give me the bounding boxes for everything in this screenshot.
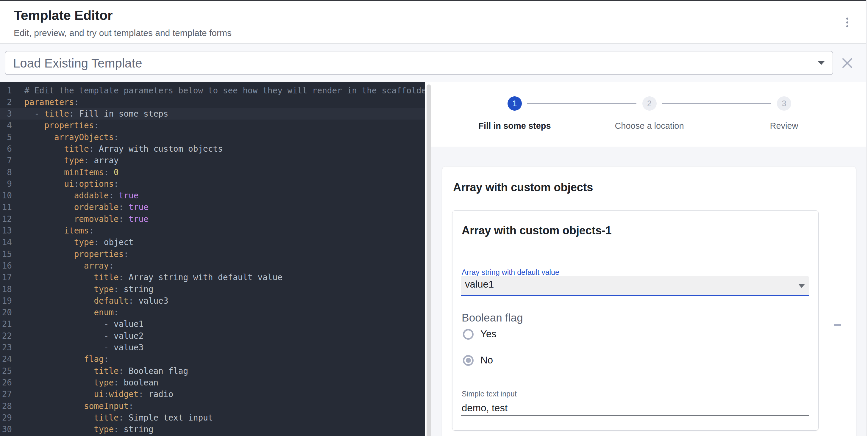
step-1-label: Fill in some steps xyxy=(447,121,582,131)
code-line-18: 18 type: string xyxy=(0,283,425,295)
dropdown-arrow-icon xyxy=(818,61,825,65)
code-line-28: 28 someInput: xyxy=(0,400,425,412)
remove-array-item-button[interactable] xyxy=(827,314,848,335)
page-right-border xyxy=(866,0,867,436)
form-preview-panel: 1 2 3 Fill in some steps Choose a locati… xyxy=(431,82,868,436)
code-line-25: 25 title: Boolean flag xyxy=(0,365,425,377)
code-line-12: 12 removable: true xyxy=(0,213,425,225)
code-line-30: 30 type: string xyxy=(0,424,425,435)
load-existing-template-value: Load Existing Template xyxy=(13,52,142,74)
array-string-select[interactable]: value1 xyxy=(461,276,809,295)
array-select-label: Array string with default value xyxy=(462,268,559,277)
dropdown-arrow-icon xyxy=(798,284,805,288)
focused-underline xyxy=(461,295,809,296)
radio-checked-icon xyxy=(463,355,474,366)
more-options-button[interactable] xyxy=(840,15,854,29)
array-item-card: Array with custom objects-1 Array string… xyxy=(452,210,818,431)
code-line-15: 15 properties: xyxy=(0,248,425,260)
step-3-icon[interactable]: 3 xyxy=(777,96,791,111)
radio-option-yes[interactable]: Yes xyxy=(463,328,582,340)
code-line-14: 14 type: object xyxy=(0,236,425,248)
code-line-29: 29 title: Simple text input xyxy=(0,412,425,424)
code-line-16: 16 array: xyxy=(0,260,425,272)
step-1-icon[interactable]: 1 xyxy=(507,96,522,111)
code-line-10: 10 addable: true xyxy=(0,190,425,201)
yaml-code-editor[interactable]: 1# Edit the template parameters below to… xyxy=(0,82,425,436)
code-line-2: 2parameters: xyxy=(0,96,425,108)
code-line-9: 9 ui:options: xyxy=(0,178,425,190)
form-step-card: Array with custom objects Array with cus… xyxy=(442,167,856,436)
page-subtitle: Edit, preview, and try out templates and… xyxy=(14,28,231,38)
code-line-26: 26 type: boolean xyxy=(0,377,425,389)
template-editor-page: Template Editor Edit, preview, and try o… xyxy=(0,0,868,436)
code-lines: 1# Edit the template parameters below to… xyxy=(0,85,425,435)
radio-option-no[interactable]: No xyxy=(463,355,582,366)
code-line-1: 1# Edit the template parameters below to… xyxy=(0,85,425,96)
array-string-select-value: value1 xyxy=(465,279,494,290)
code-line-19: 19 default: value3 xyxy=(0,295,425,307)
code-line-17: 17 title: Array string with default valu… xyxy=(0,272,425,283)
step-2-icon[interactable]: 2 xyxy=(642,96,657,111)
radio-unchecked-icon xyxy=(463,329,474,340)
simple-text-input-label: Simple text input xyxy=(462,390,517,398)
array-section-title: Array with custom objects xyxy=(453,181,593,194)
step-3-label: Review xyxy=(717,121,851,131)
radio-option-no-label: No xyxy=(480,355,493,366)
minus-icon xyxy=(834,324,841,326)
code-line-8: 8 minItems: 0 xyxy=(0,167,425,178)
step-connector xyxy=(662,103,771,104)
code-line-4: 4 properties: xyxy=(0,120,425,131)
clear-template-button[interactable] xyxy=(839,55,856,72)
main-split-row: 1# Edit the template parameters below to… xyxy=(0,82,868,436)
code-line-3: 3 - title: Fill in some steps xyxy=(0,108,425,120)
code-line-11: 11 orderable: true xyxy=(0,201,425,213)
step-connector xyxy=(527,103,637,104)
close-icon xyxy=(839,55,856,72)
boolean-flag-label: Boolean flag xyxy=(462,312,523,324)
more-vert-icon xyxy=(846,18,848,20)
page-title: Template Editor xyxy=(14,8,113,23)
input-underline xyxy=(461,415,809,416)
code-line-20: 20 enum: xyxy=(0,307,425,318)
code-line-27: 27 ui:widget: radio xyxy=(0,389,425,400)
code-line-6: 6 title: Array with custom objects xyxy=(0,143,425,155)
step-2-label: Choose a location xyxy=(582,121,717,131)
array-item-title: Array with custom objects-1 xyxy=(462,224,612,237)
code-line-21: 21 - value1 xyxy=(0,318,425,330)
split-pane-divider[interactable] xyxy=(427,85,431,436)
load-existing-template-select[interactable]: Load Existing Template xyxy=(5,51,833,75)
code-line-13: 13 items: xyxy=(0,225,425,236)
wizard-stepper: 1 2 3 Fill in some steps Choose a locati… xyxy=(431,82,868,146)
radio-option-yes-label: Yes xyxy=(480,328,497,340)
template-select-bar: Load Existing Template xyxy=(0,44,868,82)
code-line-5: 5 arrayObjects: xyxy=(0,131,425,143)
code-line-22: 22 - value2 xyxy=(0,330,425,342)
page-header: Template Editor Edit, preview, and try o… xyxy=(0,1,868,44)
code-line-7: 7 type: array xyxy=(0,155,425,166)
code-line-24: 24 flag: xyxy=(0,353,425,365)
page-right-gutter xyxy=(867,0,868,436)
simple-text-input[interactable]: demo, test xyxy=(462,402,507,414)
code-line-23: 23 - value3 xyxy=(0,342,425,353)
